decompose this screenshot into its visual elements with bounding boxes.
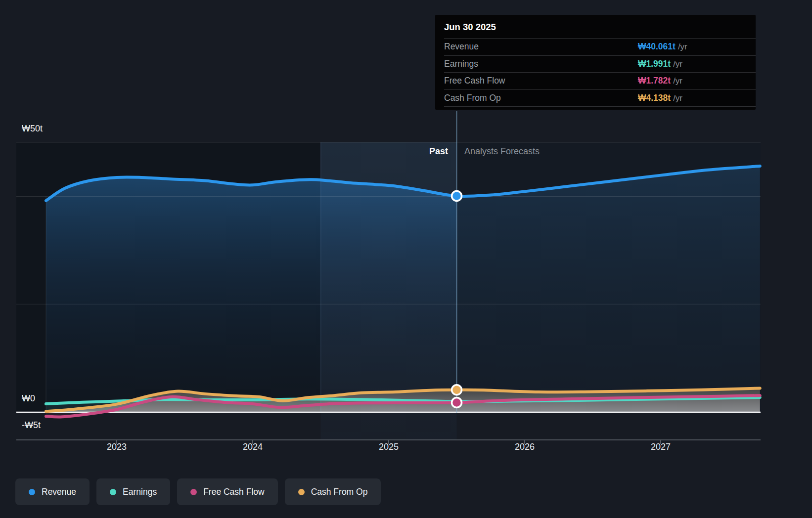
marker-free-cash-flow[interactable] <box>452 398 462 408</box>
legend-item-cash-from-op[interactable]: Cash From Op <box>285 478 381 505</box>
revenue-area-past <box>46 177 457 412</box>
past-region-label: Past <box>429 146 448 157</box>
tooltip-row-value: ₩1.991t/yr <box>638 59 682 69</box>
tooltip-row-unit: /yr <box>673 76 682 86</box>
x-axis-label-2026: 2026 <box>515 442 535 452</box>
chart-root: ₩50t ₩0 -₩5t 2023 2024 2025 2026 2027 Pa… <box>0 0 812 518</box>
x-axis-label-2025: 2025 <box>379 442 399 452</box>
hover-tooltip: Jun 30 2025 Revenue ₩40.061t/yr Earnings… <box>435 15 756 110</box>
cash-from-op-dot-icon <box>298 489 305 495</box>
tooltip-row-label: Revenue <box>444 42 638 52</box>
tooltip-row-value: ₩4.138t/yr <box>638 93 682 103</box>
tooltip-row-free-cash-flow: Free Cash Flow ₩1.782t/yr <box>444 72 756 89</box>
earnings-dot-icon <box>110 489 116 495</box>
x-axis-label-2023: 2023 <box>107 442 127 452</box>
forecast-region-label: Analysts Forecasts <box>464 146 540 157</box>
legend-label: Cash From Op <box>311 487 368 497</box>
marker-revenue[interactable] <box>452 191 462 201</box>
x-axis-label-2024: 2024 <box>243 442 263 452</box>
marker-cash-from-op[interactable] <box>452 385 462 395</box>
tooltip-row-label: Free Cash Flow <box>444 76 638 86</box>
legend-item-earnings[interactable]: Earnings <box>96 478 170 505</box>
tooltip-row-label: Cash From Op <box>444 93 638 103</box>
tooltip-row-unit: /yr <box>673 93 682 103</box>
tooltip-row-value: ₩40.061t/yr <box>638 42 687 52</box>
tooltip-row-label: Earnings <box>444 59 638 69</box>
legend: Revenue Earnings Free Cash Flow Cash Fro… <box>15 478 381 505</box>
tooltip-row-unit: /yr <box>673 59 682 69</box>
y-axis-label-0: ₩0 <box>22 393 35 404</box>
legend-item-free-cash-flow[interactable]: Free Cash Flow <box>177 478 278 505</box>
tooltip-row-value: ₩1.782t/yr <box>638 76 682 86</box>
legend-label: Earnings <box>123 487 157 497</box>
legend-label: Free Cash Flow <box>203 487 265 497</box>
x-axis-label-2027: 2027 <box>651 442 671 452</box>
tooltip-row-unit: /yr <box>678 42 687 51</box>
free-cash-flow-dot-icon <box>190 489 197 495</box>
y-axis-label-50t: ₩50t <box>22 124 43 134</box>
revenue-dot-icon <box>29 489 35 495</box>
tooltip-row-earnings: Earnings ₩1.991t/yr <box>444 55 756 73</box>
y-axis-label-neg5t: -₩5t <box>22 420 41 431</box>
legend-label: Revenue <box>42 487 76 497</box>
tooltip-date: Jun 30 2025 <box>435 15 756 38</box>
tooltip-row-cash-from-op: Cash From Op ₩4.138t/yr <box>444 89 756 107</box>
legend-item-revenue[interactable]: Revenue <box>15 478 90 505</box>
tooltip-row-revenue: Revenue ₩40.061t/yr <box>444 38 756 55</box>
revenue-area-forecast <box>457 166 760 412</box>
